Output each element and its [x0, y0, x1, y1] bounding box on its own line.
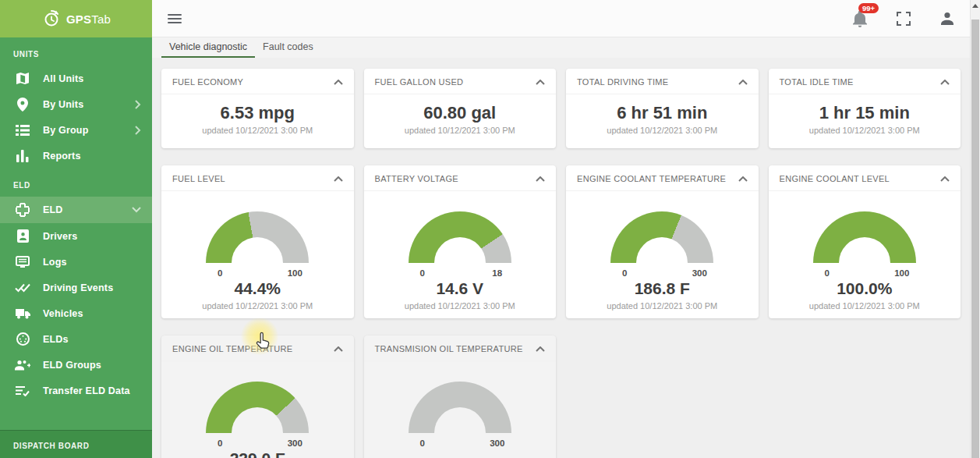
card-title: FUEL GALLON USED [375, 77, 464, 87]
tab-bar: Vehicle diagnostic Fault codes [152, 37, 970, 58]
gauge-max-label: 300 [685, 268, 713, 278]
tab-vehicle-diagnostic[interactable]: Vehicle diagnostic [161, 41, 255, 58]
sidebar-item-elds[interactable]: ELDs [0, 326, 152, 352]
stat-value: 6 hr 51 min [566, 103, 759, 123]
collapse-chevron-icon[interactable] [940, 176, 950, 182]
updated-timestamp: updated 10/12/2021 3:00 PM [405, 301, 515, 311]
gauge-min-label: 0 [610, 268, 639, 278]
group-add-icon [15, 357, 30, 373]
card-title: FUEL ECONOMY [172, 77, 243, 87]
card-title: ENGINE OIL TEMPERATURE [172, 344, 292, 353]
gpstab-logo-icon [41, 9, 62, 29]
chevron-right-icon [135, 100, 141, 109]
card-engine-oil-temperature: ENGINE OIL TEMPERATURE 0300 229.0 F [161, 336, 354, 458]
updated-timestamp: updated 10/12/2021 3:00 PM [607, 301, 717, 311]
sidebar-item-driving-events[interactable]: Driving Events [0, 275, 152, 300]
collapse-chevron-icon[interactable] [536, 80, 545, 85]
sidebar-item-drivers[interactable]: Drivers [0, 223, 152, 249]
sidebar-section-units: UNITS [0, 37, 152, 66]
card-battery-voltage: BATTERY VOLTAGE 018 14.6 V updated 10/12… [364, 165, 557, 318]
updated-timestamp: updated 10/12/2021 3:00 PM [364, 126, 557, 135]
topbar: 99+ [152, 0, 970, 37]
scrollbar-thumb[interactable] [971, 20, 979, 458]
app-logo: GPSTab [0, 0, 152, 37]
stats-row: FUEL ECONOMY 6.53 mpg updated 10/12/2021… [161, 69, 961, 148]
fullscreen-button[interactable] [895, 10, 912, 27]
dashboard-content: FUEL ECONOMY 6.53 mpg updated 10/12/2021… [152, 58, 970, 458]
sidebar-item-eld[interactable]: ELD [0, 197, 152, 223]
brand-name: GPSTab [66, 12, 111, 26]
account-button[interactable] [939, 10, 956, 27]
gauge-min-label: 0 [206, 268, 234, 278]
chevron-down-icon [132, 207, 141, 213]
gauge-chart [206, 211, 309, 263]
sidebar-item-all-units[interactable]: All Units [0, 66, 152, 91]
sidebar-item-logs[interactable]: Logs [0, 249, 152, 275]
stat-value: 60.80 gal [364, 103, 557, 123]
collapse-chevron-icon[interactable] [334, 346, 343, 352]
list-icon [15, 122, 30, 138]
gauge-value: 186.8 F [635, 279, 690, 299]
driver-badge-icon [15, 229, 30, 244]
eld-device-icon [15, 332, 30, 347]
collapse-chevron-icon[interactable] [940, 80, 950, 85]
chevron-right-icon [135, 126, 141, 135]
gauge-chart [409, 382, 511, 433]
card-fuel-gallon-used: FUEL GALLON USED 60.80 gal updated 10/12… [364, 69, 557, 148]
tab-fault-codes[interactable]: Fault codes [255, 41, 321, 58]
gauge-max-label: 100 [281, 268, 309, 278]
transfer-list-check-icon [15, 383, 30, 399]
card-title: ENGINE COOLANT LEVEL [780, 174, 890, 183]
scrollbar-up-arrow-icon[interactable] [971, 0, 980, 12]
gauge-chart [813, 211, 916, 263]
truck-icon [15, 306, 30, 321]
card-title: TOTAL IDLE TIME [780, 77, 854, 87]
notifications-button[interactable]: 99+ [851, 10, 869, 27]
sidebar-item-by-group[interactable]: By Group [0, 117, 152, 143]
card-title: TOTAL DRIVING TIME [577, 77, 668, 87]
collapse-chevron-icon[interactable] [334, 80, 343, 85]
gauges-row-1: FUEL LEVEL 0100 44.4% updated 10/12/2021… [161, 165, 961, 318]
sidebar-item-vehicles[interactable]: Vehicles [0, 300, 152, 326]
collapse-chevron-icon[interactable] [536, 176, 545, 182]
sidebar-bottom-section: DISPATCH BOARD [0, 430, 152, 458]
collapse-chevron-icon[interactable] [536, 346, 545, 352]
person-icon [939, 11, 955, 27]
gauge-min-label: 0 [409, 438, 437, 448]
gauge-value: 14.6 V [436, 279, 483, 299]
card-fuel-level: FUEL LEVEL 0100 44.4% updated 10/12/2021… [161, 165, 354, 318]
updated-timestamp: updated 10/12/2021 3:00 PM [809, 301, 920, 311]
double-check-icon [15, 280, 30, 296]
card-transmision-oil-temperature: TRANSMISION OIL TEMPERATURE 0300 [364, 336, 557, 458]
sidebar-item-transfer-eld-data[interactable]: Transfer ELD Data [0, 378, 152, 403]
sidebar: GPSTab UNITS All Units By Units By Group… [0, 0, 152, 458]
sidebar-section-eld: ELD [0, 169, 152, 197]
gauge-chart [409, 211, 511, 263]
gauge-chart [610, 211, 713, 263]
location-pin-icon [15, 97, 30, 112]
gauge-chart [206, 382, 309, 433]
updated-timestamp: updated 10/12/2021 3:00 PM [161, 126, 354, 135]
gauge-min-label: 0 [813, 268, 841, 278]
map-icon [15, 71, 30, 87]
fullscreen-icon [897, 12, 911, 26]
menu-icon[interactable] [168, 12, 182, 26]
card-total-driving-time: TOTAL DRIVING TIME 6 hr 51 min updated 1… [566, 69, 759, 148]
card-total-idle-time: TOTAL IDLE TIME 1 hr 15 min updated 10/1… [769, 69, 961, 148]
sidebar-section-dispatch-board: DISPATCH BOARD [0, 431, 152, 458]
gauge-max-label: 18 [483, 268, 511, 278]
sidebar-item-reports[interactable]: Reports [0, 143, 152, 169]
gauges-row-2: ENGINE OIL TEMPERATURE 0300 229.0 F TRAN… [161, 336, 961, 458]
vertical-scrollbar[interactable] [970, 0, 980, 458]
card-title: BATTERY VOLTAGE [375, 174, 458, 183]
logs-icon [15, 254, 30, 270]
collapse-chevron-icon[interactable] [738, 80, 748, 85]
card-title: FUEL LEVEL [172, 174, 225, 183]
sidebar-item-eld-groups[interactable]: ELD Groups [0, 352, 152, 378]
gauge-value: 44.4% [234, 279, 281, 299]
gauge-min-label: 0 [206, 438, 234, 448]
sidebar-item-by-units[interactable]: By Units [0, 91, 152, 117]
collapse-chevron-icon[interactable] [334, 176, 343, 182]
collapse-chevron-icon[interactable] [738, 176, 748, 182]
gauge-value: 100.0% [837, 279, 892, 299]
